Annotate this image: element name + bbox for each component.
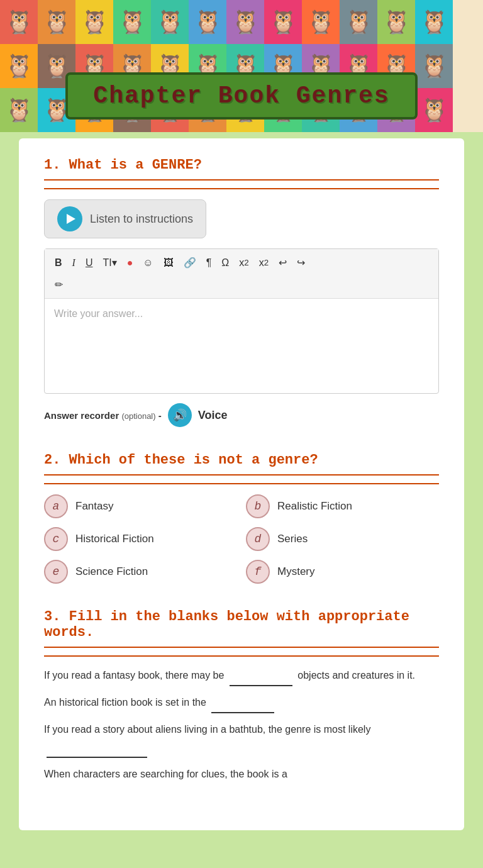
answer-editor: B I U TI▾ ● ☺ 🖼 🔗 ¶ Ω x2 x2 ↩ ↪ ✏ Write … (44, 248, 439, 394)
answer-placeholder: Write your answer... (54, 308, 143, 319)
mc-option-b[interactable]: b Realistic Fiction (246, 494, 439, 518)
q2-divider (44, 483, 439, 484)
voice-text-label: Voice (198, 409, 228, 422)
blank-3[interactable] (47, 738, 147, 758)
paragraph-button[interactable]: ¶ (203, 255, 216, 271)
question-1-title: 1. What is a GENRE? (44, 157, 439, 181)
q3-divider (44, 655, 439, 657)
bold-button[interactable]: B (51, 255, 66, 271)
fill-blank-1: If you read a fantasy book, there may be… (44, 667, 439, 686)
question-2-title: 2. Which of these is not a genre? (44, 452, 439, 476)
underline-button[interactable]: U (82, 255, 97, 271)
mc-option-a[interactable]: a Fantasy (44, 494, 237, 518)
question-3-title: 3. Fill in the blanks below with appropr… (44, 609, 439, 648)
mc-option-e[interactable]: e Science Fiction (44, 560, 237, 584)
voice-icon-button[interactable]: 🔊 (168, 403, 192, 427)
mc-option-d[interactable]: d Series (246, 527, 439, 551)
mc-label-f: Mystery (277, 565, 315, 578)
mc-badge-f: f (246, 560, 270, 584)
question-3: 3. Fill in the blanks below with appropr… (44, 609, 439, 784)
mc-label-a: Fantasy (75, 500, 113, 513)
mc-badge-d: d (246, 527, 270, 551)
mc-label-d: Series (277, 533, 308, 545)
listen-label: Listen to instructions (90, 213, 193, 226)
fill-blank-2: An historical fiction book is set in the (44, 694, 439, 713)
color-button[interactable]: ● (123, 255, 137, 271)
mc-badge-a: a (44, 494, 68, 518)
question-2: 2. Which of these is not a genre? a Fant… (44, 452, 439, 584)
mc-label-e: Science Fiction (75, 565, 148, 578)
mc-option-f[interactable]: f Mystery (246, 560, 439, 584)
font-size-button[interactable]: TI▾ (99, 254, 120, 271)
emoji-button[interactable]: ☺ (139, 255, 157, 271)
link-button[interactable]: 🔗 (180, 254, 200, 271)
image-button[interactable]: 🖼 (160, 255, 177, 271)
italic-button[interactable]: I (69, 255, 79, 271)
question-1: 1. What is a GENRE? Listen to instructio… (44, 157, 439, 427)
q1-divider (44, 188, 439, 189)
undo-button[interactable]: ↩ (275, 254, 291, 271)
mc-badge-b: b (246, 494, 270, 518)
content-area: 1. What is a GENRE? Listen to instructio… (19, 138, 464, 830)
mc-badge-e: e (44, 560, 68, 584)
title-banner: Chapter Book Genres (65, 72, 417, 120)
voice-recorder: Answer recorder (optional) - 🔊 Voice (44, 403, 439, 427)
brush-button[interactable]: ✏ (51, 276, 67, 293)
mc-label-c: Historical Fiction (75, 533, 154, 545)
mc-badge-c: c (44, 527, 68, 551)
blank-1[interactable] (230, 667, 292, 686)
blank-2[interactable] (211, 694, 274, 713)
editor-toolbar: B I U TI▾ ● ☺ 🖼 🔗 ¶ Ω x2 x2 ↩ ↪ ✏ (45, 249, 438, 299)
mc-options-grid: a Fantasy b Realistic Fiction c Historic… (44, 494, 439, 584)
page-header: 🦉🦉🦉🦉🦉🦉🦉🦉🦉🦉🦉🦉🦉🦉🦉🦉🦉🦉🦉🦉🦉🦉🦉🦉🦉🦉🦉🦉🦉🦉🦉🦉🦉🦉🦉🦉🦉🦉🦉🦉… (0, 0, 483, 132)
subscript-button[interactable]: x2 (235, 255, 252, 271)
listen-button[interactable]: Listen to instructions (44, 199, 206, 238)
superscript-button[interactable]: x2 (255, 255, 272, 271)
answer-textarea[interactable]: Write your answer... (45, 299, 438, 393)
play-icon (57, 206, 82, 231)
voice-label-text: Answer recorder (optional) - (44, 410, 162, 421)
mc-option-c[interactable]: c Historical Fiction (44, 527, 237, 551)
mc-label-b: Realistic Fiction (277, 500, 352, 513)
omega-button[interactable]: Ω (218, 255, 233, 271)
redo-button[interactable]: ↪ (293, 254, 309, 271)
fill-blank-4: When characters are searching for clues,… (44, 765, 439, 784)
fill-blank-3: If you read a story about aliens living … (44, 721, 439, 759)
page-title: Chapter Book Genres (93, 82, 389, 109)
